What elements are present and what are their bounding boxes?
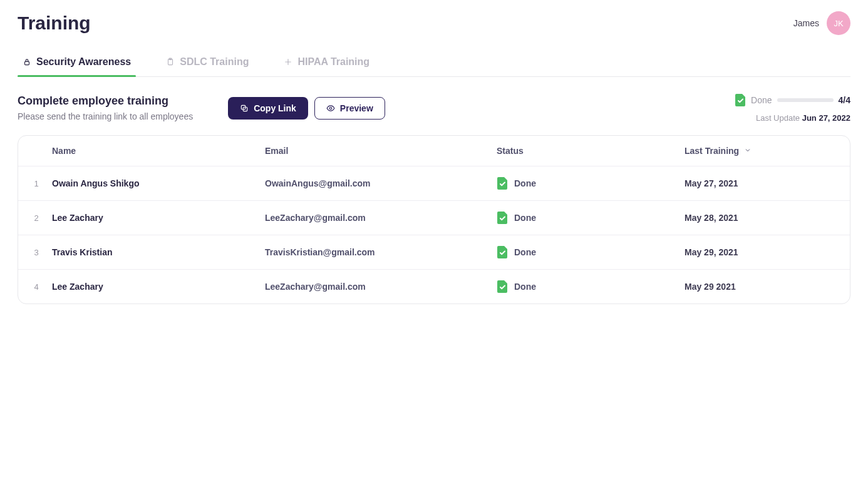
tab-label: HIPAA Training (297, 56, 369, 68)
table-row[interactable]: 2 Lee Zachary LeeZachary@gmail.com Done … (18, 201, 850, 235)
copy-link-label: Copy Link (254, 103, 296, 113)
document-check-icon (497, 245, 508, 259)
status-label: Done (514, 247, 536, 257)
row-name: Lee Zachary (52, 282, 265, 292)
status-label: Done (514, 282, 536, 292)
chevron-down-icon (744, 146, 752, 156)
tab-hipaa-training[interactable]: HIPAA Training (279, 53, 375, 76)
status-label: Done (514, 178, 536, 188)
row-index: 2 (21, 213, 52, 223)
section-subheading: Please send the training link to all emp… (18, 111, 193, 121)
table-row[interactable]: 4 Lee Zachary LeeZachary@gmail.com Done … (18, 270, 850, 304)
tabs: Security Awareness SDLC Training HIPAA T… (18, 53, 850, 77)
row-index: 1 (21, 179, 52, 188)
row-email: LeeZachary@gmail.com (265, 282, 497, 292)
section-heading: Complete employee training (18, 94, 193, 108)
page-title: Training (18, 13, 91, 34)
table-header: Name Email Status Last Training (18, 136, 850, 166)
tab-label: SDLC Training (180, 56, 249, 68)
progress-count: 4/4 (839, 95, 850, 105)
copy-link-button[interactable]: Copy Link (228, 97, 308, 120)
row-email: OwainAngus@gmail.com (265, 178, 497, 188)
document-check-icon (497, 280, 508, 293)
status-done-label: Done (751, 95, 772, 105)
row-email: TravisKristian@gmail.com (265, 247, 497, 257)
user-name: James (793, 18, 819, 28)
preview-button[interactable]: Preview (314, 97, 385, 120)
row-status: Done (497, 280, 685, 293)
column-last-training-sort[interactable]: Last Training (685, 146, 847, 156)
row-status: Done (497, 176, 685, 190)
row-index: 3 (21, 248, 52, 257)
document-check-icon (735, 93, 746, 107)
column-status: Status (497, 146, 685, 156)
tab-security-awareness[interactable]: Security Awareness (18, 53, 136, 76)
row-name: Travis Kristian (52, 247, 265, 257)
row-status: Done (497, 245, 685, 259)
row-name: Owain Angus Shikgo (52, 178, 265, 188)
row-email: LeeZachary@gmail.com (265, 213, 497, 223)
employee-training-table: Name Email Status Last Training 1 Owain … (18, 135, 850, 304)
row-date: May 29, 2021 (685, 247, 847, 257)
status-label: Done (514, 213, 536, 223)
table-row[interactable]: 3 Travis Kristian TravisKristian@gmail.c… (18, 235, 850, 270)
avatar[interactable]: JK (827, 11, 850, 35)
tab-label: Security Awareness (36, 56, 131, 68)
svg-point-5 (329, 107, 332, 110)
last-update: Last Update Jun 27, 2022 (735, 113, 850, 123)
eye-icon (326, 104, 335, 113)
row-date: May 27, 2021 (685, 178, 847, 188)
progress-bar (777, 98, 834, 102)
document-check-icon (497, 211, 508, 225)
medical-icon (284, 58, 292, 66)
tab-sdlc-training[interactable]: SDLC Training (161, 53, 254, 76)
last-update-prefix: Last Update (756, 113, 800, 123)
security-icon (23, 58, 31, 66)
row-date: May 28, 2021 (685, 213, 847, 223)
column-email: Email (265, 146, 497, 156)
column-last-training-label: Last Training (685, 146, 739, 156)
row-name: Lee Zachary (52, 213, 265, 223)
last-update-date: Jun 27, 2022 (802, 113, 850, 123)
column-name: Name (52, 146, 265, 156)
copy-icon (240, 104, 249, 113)
row-date: May 29 2021 (685, 282, 847, 292)
preview-label: Preview (340, 103, 373, 113)
table-row[interactable]: 1 Owain Angus Shikgo OwainAngus@gmail.co… (18, 166, 850, 201)
clipboard-icon (166, 58, 175, 66)
svg-rect-0 (25, 61, 29, 64)
document-check-icon (497, 176, 508, 190)
user-menu[interactable]: James JK (793, 11, 850, 35)
row-status: Done (497, 211, 685, 225)
row-index: 4 (21, 282, 52, 292)
